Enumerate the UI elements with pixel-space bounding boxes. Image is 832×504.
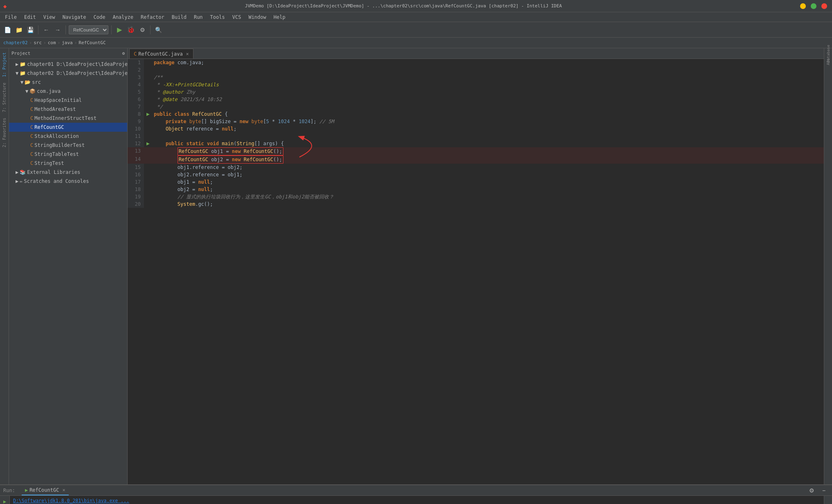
menu-tools[interactable]: Tools bbox=[207, 14, 228, 21]
close-tab-icon[interactable]: × bbox=[186, 51, 189, 57]
bc-com[interactable]: com bbox=[48, 40, 56, 45]
menu-window[interactable]: Window bbox=[245, 14, 269, 21]
run-button[interactable]: ▶ bbox=[115, 25, 124, 35]
breadcrumb: chapter02 › src › com › java › RefCountG… bbox=[0, 38, 832, 48]
settings-icon[interactable]: ⚙ bbox=[807, 486, 816, 495]
run-gutter-icon[interactable]: ▶ bbox=[146, 110, 150, 118]
code-line-18: 18 obj2 = null; bbox=[128, 186, 824, 193]
favorites-tab-vertical[interactable]: 2: Favorites bbox=[1, 115, 7, 150]
editor-tab-refcountgc[interactable]: C RefCountGC.java × bbox=[129, 49, 193, 59]
menu-bar: File Edit View Navigate Code Analyze Ref… bbox=[0, 12, 832, 22]
menu-help[interactable]: Help bbox=[270, 14, 289, 21]
open-button[interactable]: 📁 bbox=[14, 25, 24, 35]
search-everywhere-button[interactable]: 🔍 bbox=[153, 25, 163, 35]
console-output[interactable]: D:\Software\jdk1.8.0_281\bin\java.exe ..… bbox=[10, 496, 824, 504]
menu-navigate[interactable]: Navigate bbox=[59, 14, 90, 21]
bc-refcountgc[interactable]: RefCountGC bbox=[79, 40, 106, 45]
line-code: Object reference = null; bbox=[152, 125, 824, 133]
back-button[interactable]: ← bbox=[41, 25, 51, 35]
bc-src[interactable]: src bbox=[34, 40, 42, 45]
maximize-button[interactable] bbox=[811, 3, 816, 9]
tree-label: chapter01 D:\IdeaProject\IdeaProject\JVM… bbox=[27, 61, 127, 67]
tree-item-stringtest[interactable]: C StringTest bbox=[9, 159, 127, 168]
right-sidebar: Database Ant bbox=[824, 48, 832, 484]
tree-item-extlibs[interactable]: ▶ 📚 External Libraries bbox=[9, 168, 127, 177]
menu-refactor[interactable]: Refactor bbox=[137, 14, 168, 21]
project-settings-icon[interactable]: ⚙ bbox=[122, 51, 125, 56]
line-gutter bbox=[144, 200, 152, 208]
app-logo-icon: ◆ bbox=[3, 3, 7, 9]
project-tab-vertical[interactable]: 1: Project bbox=[1, 50, 7, 79]
tree-item-refcountgc[interactable]: C RefCountGC bbox=[9, 123, 127, 132]
bc-sep-4: › bbox=[74, 40, 77, 45]
menu-analyze[interactable]: Analyze bbox=[109, 14, 137, 21]
bc-java[interactable]: java bbox=[62, 40, 73, 45]
project-panel: Project ⚙ ▶ 📁 chapter01 D:\IdeaProject\I… bbox=[9, 48, 128, 484]
expand-icon: ▼ bbox=[16, 70, 18, 76]
tree-item-scratches[interactable]: ▶ ✏️ Scratches and Consoles bbox=[9, 177, 127, 186]
project-header-label: Project bbox=[11, 51, 30, 56]
menu-code[interactable]: Code bbox=[90, 14, 109, 21]
line-code: /** bbox=[152, 74, 824, 81]
new-file-button[interactable]: 📄 bbox=[2, 25, 12, 35]
line-gutter bbox=[144, 147, 152, 155]
main-area: 1: Project 7: Structure 2: Favorites Pro… bbox=[0, 48, 832, 484]
line-number: 6 bbox=[128, 96, 144, 103]
line-number: 17 bbox=[128, 178, 144, 186]
tree-item-stackalloc[interactable]: C StackAllocation bbox=[9, 132, 127, 141]
save-button[interactable]: 💾 bbox=[25, 25, 35, 35]
line-number: 7 bbox=[128, 103, 144, 110]
bc-sep-1: › bbox=[29, 40, 32, 45]
bc-chapter02[interactable]: chapter02 bbox=[3, 40, 28, 45]
line-number: 13 bbox=[128, 147, 144, 155]
minimize-button[interactable] bbox=[800, 3, 806, 9]
tree-item-chapter01[interactable]: ▶ 📁 chapter01 D:\IdeaProject\IdeaProject… bbox=[9, 60, 127, 69]
line-number: 4 bbox=[128, 81, 144, 88]
menu-file[interactable]: File bbox=[2, 14, 20, 21]
tree-item-comjava[interactable]: ▼ 📦 com.java bbox=[9, 87, 127, 96]
bottom-tabs: Run: ▶ RefCountGC × ⚙ − bbox=[0, 485, 832, 496]
line-code: * @author Zhy bbox=[152, 88, 824, 96]
forward-button[interactable]: → bbox=[53, 25, 63, 35]
line-number: 10 bbox=[128, 125, 144, 133]
build-button[interactable]: ⚙ bbox=[137, 25, 147, 35]
tree-item-methodarea[interactable]: C MethodAreaTest bbox=[9, 105, 127, 114]
code-line-9: 9 private byte[] bigSize = new byte[5 * … bbox=[128, 118, 824, 125]
tree-item-src[interactable]: ▼ 📂 src bbox=[9, 78, 127, 87]
close-button[interactable] bbox=[821, 3, 827, 9]
tree-item-stringtable[interactable]: C StringTableTest bbox=[9, 150, 127, 159]
code-line-13: 13 RefCountGC obj1 = new RefCountGC(); bbox=[128, 147, 824, 155]
menu-edit[interactable]: Edit bbox=[21, 14, 39, 21]
run-gutter-icon[interactable]: ▶ bbox=[146, 140, 150, 147]
structure-tab-vertical[interactable]: 7: Structure bbox=[1, 80, 7, 115]
line-gutter bbox=[144, 88, 152, 96]
bc-sep-2: › bbox=[43, 40, 46, 45]
run-tab[interactable]: ▶ RefCountGC × bbox=[22, 486, 69, 495]
line-number: 15 bbox=[128, 164, 144, 171]
menu-view[interactable]: View bbox=[40, 14, 58, 21]
run-config-select[interactable]: RefCountGC bbox=[69, 25, 108, 34]
close-run-tab-icon[interactable]: × bbox=[62, 487, 65, 493]
tree-item-stringbuilder[interactable]: C StringBuilderTest bbox=[9, 141, 127, 150]
menu-run[interactable]: Run bbox=[191, 14, 206, 21]
tree-item-heapspace[interactable]: C HeapSpaceInitial bbox=[9, 96, 127, 105]
line-number: 1 bbox=[128, 59, 144, 66]
code-line-1: 1 package com.java; bbox=[128, 59, 824, 66]
line-code bbox=[152, 66, 824, 74]
debug-button[interactable]: 🐞 bbox=[126, 25, 136, 35]
tree-item-methodinner[interactable]: C MethodInnerStructTest bbox=[9, 114, 127, 123]
line-code: System.gc(); bbox=[152, 200, 824, 208]
menu-vcs[interactable]: VCS bbox=[229, 14, 245, 21]
expand-icon: ▶ bbox=[16, 61, 18, 67]
line-gutter bbox=[144, 96, 152, 103]
code-editor[interactable]: 1 package com.java; 2 3 /** bbox=[128, 59, 824, 484]
line-number: 19 bbox=[128, 193, 144, 200]
panel-minimize-icon[interactable]: − bbox=[819, 486, 829, 495]
line-gutter bbox=[144, 193, 152, 200]
tree-item-chapter02[interactable]: ▼ 📁 chapter02 D:\IdeaProject\IdeaProject… bbox=[9, 69, 127, 78]
line-number: 12 bbox=[128, 140, 144, 147]
ant-icon[interactable]: Ant bbox=[825, 58, 832, 65]
rerun-icon[interactable]: ▶ bbox=[1, 497, 9, 504]
menu-build[interactable]: Build bbox=[169, 14, 190, 21]
database-icon[interactable]: Database bbox=[825, 50, 832, 57]
